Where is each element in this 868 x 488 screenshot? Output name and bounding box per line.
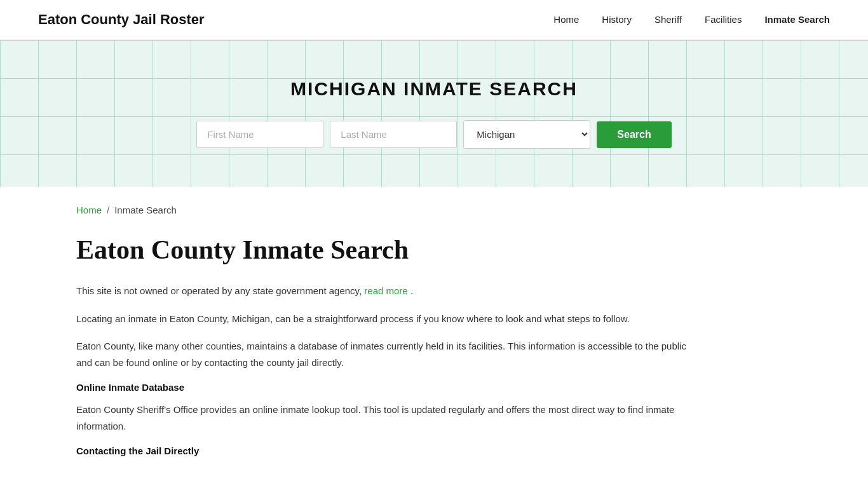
disclaimer-paragraph: This site is not owned or operated by an… xyxy=(76,283,686,299)
section2-heading: Contacting the Jail Directly xyxy=(76,445,686,456)
search-button[interactable]: Search xyxy=(597,121,671,148)
nav-item-inmate-search[interactable]: Inmate Search xyxy=(764,14,830,25)
hero-title: MICHIGAN INMATE SEARCH xyxy=(13,78,855,100)
breadcrumb-section: Home / Inmate Search xyxy=(0,187,868,222)
site-logo[interactable]: Eaton County Jail Roster xyxy=(38,11,205,28)
nav-link-history[interactable]: History xyxy=(602,14,632,25)
breadcrumb-current: Inmate Search xyxy=(114,205,177,215)
section1-heading: Online Inmate Database xyxy=(76,382,686,393)
nav-link-inmate-search[interactable]: Inmate Search xyxy=(764,14,830,25)
nav-item-sheriff[interactable]: Sheriff xyxy=(654,14,682,25)
site-header: Eaton County Jail Roster Home History Sh… xyxy=(0,0,868,40)
breadcrumb-separator: / xyxy=(107,205,109,215)
state-select[interactable]: Michigan Alabama Alaska Arizona Arkansas… xyxy=(463,120,590,149)
breadcrumb: Home / Inmate Search xyxy=(76,205,792,215)
hero-banner: MICHIGAN INMATE SEARCH Michigan Alabama … xyxy=(0,40,868,187)
nav-item-history[interactable]: History xyxy=(602,14,632,25)
first-name-input[interactable] xyxy=(196,121,323,148)
disclaimer-end: . xyxy=(410,285,413,296)
section1-body: Eaton County Sheriff's Office provides a… xyxy=(76,402,686,434)
main-content: Eaton County Inmate Search This site is … xyxy=(0,222,763,488)
paragraph-2: Eaton County, like many other counties, … xyxy=(76,338,686,370)
read-more-link[interactable]: read more xyxy=(364,285,407,296)
disclaimer-text: This site is not owned or operated by an… xyxy=(76,285,362,296)
nav-item-facilities[interactable]: Facilities xyxy=(705,14,742,25)
search-form: Michigan Alabama Alaska Arizona Arkansas… xyxy=(13,120,855,149)
last-name-input[interactable] xyxy=(330,121,457,148)
nav-link-facilities[interactable]: Facilities xyxy=(705,14,742,25)
nav-link-sheriff[interactable]: Sheriff xyxy=(654,14,682,25)
nav-item-home[interactable]: Home xyxy=(553,14,579,25)
paragraph-1: Locating an inmate in Eaton County, Mich… xyxy=(76,311,686,327)
breadcrumb-home-link[interactable]: Home xyxy=(76,205,102,215)
nav-link-home[interactable]: Home xyxy=(553,14,579,25)
page-title: Eaton County Inmate Search xyxy=(76,234,686,265)
main-nav: Home History Sheriff Facilities Inmate S… xyxy=(553,14,830,25)
nav-list: Home History Sheriff Facilities Inmate S… xyxy=(553,14,830,25)
